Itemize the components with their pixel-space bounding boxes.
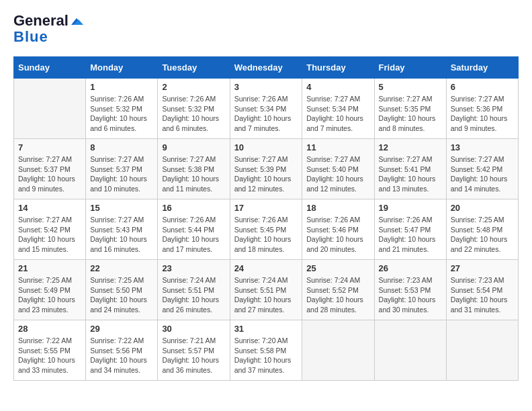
calendar-cell — [302, 320, 374, 381]
day-number: 29 — [90, 324, 153, 334]
day-info: Sunrise: 7:27 AMSunset: 5:39 PMDaylight:… — [234, 154, 298, 194]
calendar-week-row: 21Sunrise: 7:25 AMSunset: 5:49 PMDayligh… — [14, 260, 519, 320]
calendar-cell: 18Sunrise: 7:26 AMSunset: 5:46 PMDayligh… — [302, 199, 374, 260]
day-number: 26 — [379, 263, 442, 273]
day-info: Sunrise: 7:27 AMSunset: 5:37 PMDaylight:… — [90, 154, 153, 194]
day-number: 25 — [306, 263, 369, 273]
day-number: 22 — [90, 263, 153, 273]
day-number: 4 — [306, 82, 369, 92]
header-thursday: Thursday — [302, 57, 374, 79]
calendar-cell: 31Sunrise: 7:20 AMSunset: 5:58 PMDayligh… — [230, 320, 302, 381]
calendar-cell: 21Sunrise: 7:25 AMSunset: 5:49 PMDayligh… — [14, 260, 86, 320]
calendar-cell: 11Sunrise: 7:27 AMSunset: 5:40 PMDayligh… — [302, 139, 374, 199]
day-info: Sunrise: 7:22 AMSunset: 5:55 PMDaylight:… — [18, 336, 81, 375]
calendar-cell: 20Sunrise: 7:25 AMSunset: 5:48 PMDayligh… — [446, 199, 518, 260]
day-info: Sunrise: 7:27 AMSunset: 5:34 PMDaylight:… — [306, 94, 369, 134]
calendar-cell — [14, 79, 86, 139]
day-number: 2 — [162, 82, 225, 92]
day-number: 18 — [306, 203, 369, 213]
calendar-cell: 23Sunrise: 7:24 AMSunset: 5:51 PMDayligh… — [158, 260, 230, 320]
day-number: 11 — [306, 142, 369, 152]
day-number: 12 — [379, 142, 442, 152]
calendar-header-row: SundayMondayTuesdayWednesdayThursdayFrid… — [14, 57, 519, 79]
day-number: 27 — [451, 263, 514, 273]
day-number: 16 — [162, 203, 225, 213]
day-info: Sunrise: 7:24 AMSunset: 5:52 PMDaylight:… — [306, 275, 369, 315]
day-info: Sunrise: 7:26 AMSunset: 5:44 PMDaylight:… — [162, 215, 225, 255]
day-info: Sunrise: 7:26 AMSunset: 5:32 PMDaylight:… — [162, 94, 225, 134]
calendar-cell: 1Sunrise: 7:26 AMSunset: 5:32 PMDaylight… — [86, 79, 158, 139]
day-info: Sunrise: 7:27 AMSunset: 5:42 PMDaylight:… — [18, 215, 81, 255]
day-info: Sunrise: 7:26 AMSunset: 5:46 PMDaylight:… — [306, 215, 369, 255]
day-number: 5 — [379, 82, 442, 92]
day-info: Sunrise: 7:27 AMSunset: 5:42 PMDaylight:… — [451, 154, 514, 194]
day-info: Sunrise: 7:27 AMSunset: 5:41 PMDaylight:… — [379, 154, 442, 194]
calendar-cell: 17Sunrise: 7:26 AMSunset: 5:45 PMDayligh… — [230, 199, 302, 260]
calendar-cell — [446, 320, 518, 381]
calendar-cell: 5Sunrise: 7:27 AMSunset: 5:35 PMDaylight… — [374, 79, 446, 139]
day-number: 8 — [90, 142, 153, 152]
day-info: Sunrise: 7:20 AMSunset: 5:58 PMDaylight:… — [234, 336, 298, 375]
calendar-cell: 4Sunrise: 7:27 AMSunset: 5:34 PMDaylight… — [302, 79, 374, 139]
day-number: 30 — [162, 324, 225, 334]
calendar-cell: 10Sunrise: 7:27 AMSunset: 5:39 PMDayligh… — [230, 139, 302, 199]
day-number: 24 — [234, 263, 298, 273]
calendar-cell: 25Sunrise: 7:24 AMSunset: 5:52 PMDayligh… — [302, 260, 374, 320]
day-number: 20 — [451, 203, 514, 213]
day-number: 6 — [451, 82, 514, 92]
day-info: Sunrise: 7:27 AMSunset: 5:35 PMDaylight:… — [379, 94, 442, 134]
calendar-cell: 26Sunrise: 7:23 AMSunset: 5:53 PMDayligh… — [374, 260, 446, 320]
day-info: Sunrise: 7:25 AMSunset: 5:48 PMDaylight:… — [451, 215, 514, 255]
calendar-week-row: 28Sunrise: 7:22 AMSunset: 5:55 PMDayligh… — [14, 320, 519, 381]
day-info: Sunrise: 7:27 AMSunset: 5:43 PMDaylight:… — [90, 215, 153, 255]
day-number: 10 — [234, 142, 298, 152]
calendar-cell: 12Sunrise: 7:27 AMSunset: 5:41 PMDayligh… — [374, 139, 446, 199]
day-number: 3 — [234, 82, 298, 92]
day-info: Sunrise: 7:26 AMSunset: 5:45 PMDaylight:… — [234, 215, 298, 255]
day-number: 21 — [18, 263, 81, 273]
day-info: Sunrise: 7:24 AMSunset: 5:51 PMDaylight:… — [162, 275, 225, 315]
header-saturday: Saturday — [446, 57, 518, 79]
calendar-cell: 30Sunrise: 7:21 AMSunset: 5:57 PMDayligh… — [158, 320, 230, 381]
day-number: 14 — [18, 203, 81, 213]
day-info: Sunrise: 7:23 AMSunset: 5:54 PMDaylight:… — [451, 275, 514, 315]
logo-text: General — [13, 13, 83, 28]
calendar-cell: 7Sunrise: 7:27 AMSunset: 5:37 PMDaylight… — [14, 139, 86, 199]
day-number: 28 — [18, 324, 81, 334]
calendar-cell: 19Sunrise: 7:26 AMSunset: 5:47 PMDayligh… — [374, 199, 446, 260]
day-number: 13 — [451, 142, 514, 152]
day-info: Sunrise: 7:24 AMSunset: 5:51 PMDaylight:… — [234, 275, 298, 315]
logo: General Blue — [13, 13, 83, 46]
calendar-cell — [374, 320, 446, 381]
day-info: Sunrise: 7:27 AMSunset: 5:38 PMDaylight:… — [162, 154, 225, 194]
header-monday: Monday — [86, 57, 158, 79]
calendar-cell: 24Sunrise: 7:24 AMSunset: 5:51 PMDayligh… — [230, 260, 302, 320]
calendar-cell: 9Sunrise: 7:27 AMSunset: 5:38 PMDaylight… — [158, 139, 230, 199]
day-number: 7 — [18, 142, 81, 152]
day-number: 1 — [90, 82, 153, 92]
calendar-cell: 6Sunrise: 7:27 AMSunset: 5:36 PMDaylight… — [446, 79, 518, 139]
calendar-table: SundayMondayTuesdayWednesdayThursdayFrid… — [13, 56, 519, 381]
calendar-week-row: 7Sunrise: 7:27 AMSunset: 5:37 PMDaylight… — [14, 139, 519, 199]
day-info: Sunrise: 7:27 AMSunset: 5:40 PMDaylight:… — [306, 154, 369, 194]
calendar-week-row: 14Sunrise: 7:27 AMSunset: 5:42 PMDayligh… — [14, 199, 519, 260]
calendar-cell: 27Sunrise: 7:23 AMSunset: 5:54 PMDayligh… — [446, 260, 518, 320]
day-info: Sunrise: 7:26 AMSunset: 5:32 PMDaylight:… — [90, 94, 153, 134]
day-number: 31 — [234, 324, 298, 334]
day-number: 9 — [162, 142, 225, 152]
calendar-cell: 14Sunrise: 7:27 AMSunset: 5:42 PMDayligh… — [14, 199, 86, 260]
day-info: Sunrise: 7:26 AMSunset: 5:34 PMDaylight:… — [234, 94, 298, 134]
day-info: Sunrise: 7:25 AMSunset: 5:50 PMDaylight:… — [90, 275, 153, 315]
day-info: Sunrise: 7:21 AMSunset: 5:57 PMDaylight:… — [162, 336, 225, 375]
header-friday: Friday — [374, 57, 446, 79]
calendar-cell: 28Sunrise: 7:22 AMSunset: 5:55 PMDayligh… — [14, 320, 86, 381]
calendar-cell: 16Sunrise: 7:26 AMSunset: 5:44 PMDayligh… — [158, 199, 230, 260]
calendar-cell: 29Sunrise: 7:22 AMSunset: 5:56 PMDayligh… — [86, 320, 158, 381]
day-info: Sunrise: 7:27 AMSunset: 5:37 PMDaylight:… — [18, 154, 81, 194]
calendar-cell: 8Sunrise: 7:27 AMSunset: 5:37 PMDaylight… — [86, 139, 158, 199]
page-header: General Blue — [13, 13, 519, 46]
logo-blue: Blue — [13, 28, 48, 46]
day-info: Sunrise: 7:27 AMSunset: 5:36 PMDaylight:… — [451, 94, 514, 134]
calendar-cell: 22Sunrise: 7:25 AMSunset: 5:50 PMDayligh… — [86, 260, 158, 320]
calendar-cell: 2Sunrise: 7:26 AMSunset: 5:32 PMDaylight… — [158, 79, 230, 139]
